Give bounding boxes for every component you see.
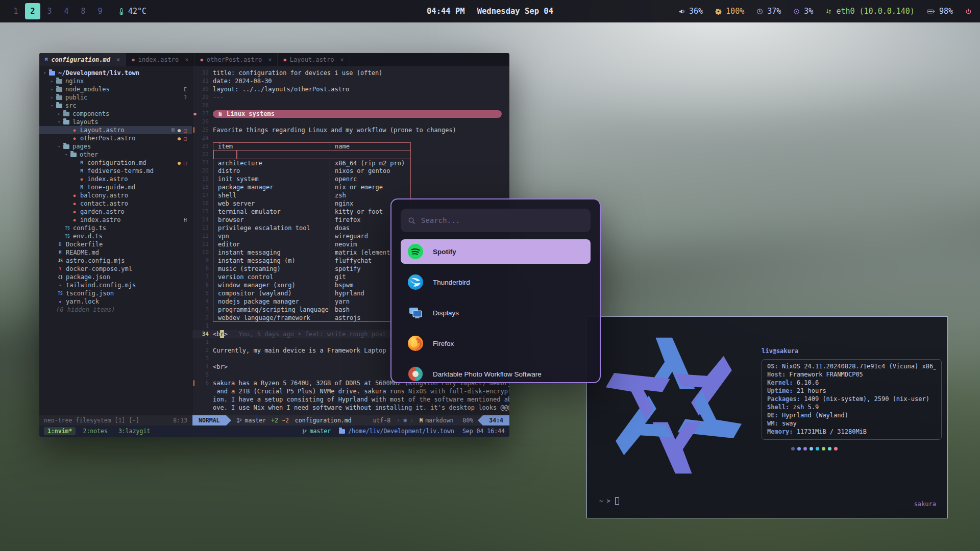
tree-item-node-modules[interactable]: ▸node_modulesE	[39, 85, 192, 93]
search-input[interactable]: Search...	[401, 209, 591, 232]
chevron-icon	[65, 217, 70, 222]
fetch-key: Memory:	[767, 428, 793, 436]
tree-item-pages[interactable]: ▾pages	[39, 142, 192, 151]
launcher-item-displays[interactable]: Displays	[401, 300, 591, 325]
close-tab-icon[interactable]: ×	[340, 56, 344, 63]
tmux-right-status: master /home/liv/Development/liv.town Se…	[302, 428, 505, 435]
table-row: programming/scripting languagebash	[213, 306, 411, 314]
workspace-button-4[interactable]: 4	[59, 3, 74, 19]
astro-file-icon: ●	[70, 128, 79, 133]
workspace-button-8[interactable]: 8	[76, 3, 91, 19]
tree-item-config.ts[interactable]: TSconfig.ts	[39, 224, 192, 232]
tree-item--Development-liv.town[interactable]: ▾~/Development/liv.town	[39, 69, 192, 77]
tree-item-env.d.ts[interactable]: TSenv.d.ts	[39, 232, 192, 240]
bar-module-gear[interactable]: 100%	[715, 7, 744, 16]
chevron-icon	[65, 193, 70, 198]
close-tab-icon[interactable]: ×	[116, 56, 120, 63]
network-value: eth0 (10.0.0.140)	[836, 7, 915, 16]
shell-prompt[interactable]: ~ >	[599, 497, 619, 505]
tree-item-tsconfig.json[interactable]: TStsconfig.json	[39, 289, 192, 297]
bar-module-volume[interactable]: 36%	[678, 7, 703, 16]
status-badge: E	[184, 87, 187, 92]
neotree-status-position: 8:13	[173, 417, 187, 424]
tree-item-index.astro[interactable]: ●index.astro	[39, 175, 192, 183]
session-name: sakura	[914, 500, 936, 508]
tree-item-layouts[interactable]: ▾layouts	[39, 118, 192, 126]
tree-item-nginx[interactable]: ▸nginx	[39, 77, 192, 85]
darktable-icon	[407, 365, 424, 383]
tree-item-index.astro[interactable]: ●index.astroH	[39, 216, 192, 224]
bar-module-network[interactable]: eth0 (10.0.0.140)	[825, 7, 915, 16]
status-badge: ?	[184, 95, 187, 101]
chevron-icon	[65, 128, 70, 133]
tmux-window-3:lazygit[interactable]: 3:lazygit	[115, 427, 154, 435]
workspace-button-1[interactable]: 1	[8, 3, 23, 19]
workspace-button-2[interactable]: 2	[25, 3, 40, 19]
bar-module-disk[interactable]: 37%	[756, 7, 781, 16]
tree-item-label: astro.config.mjs	[66, 257, 125, 264]
launcher-item-thunderbird[interactable]: Thunderbird	[401, 270, 591, 294]
tree-item-contact.astro[interactable]: ●contact.astro	[39, 199, 192, 208]
close-tab-icon[interactable]: ×	[268, 56, 272, 63]
fetch-key: Shell:	[767, 404, 789, 412]
tab-index.astro[interactable]: ●index.astro×	[126, 53, 194, 66]
gear-value: 100%	[726, 7, 744, 16]
table-row: webdev language/frameworkastrojs	[213, 314, 411, 322]
launcher-item-label: Spotify	[433, 248, 456, 256]
line-number: 4	[198, 363, 213, 371]
tree-item-Layout.astro[interactable]: ●Layout.astroH●□	[39, 126, 192, 134]
tree-item-astro.config.mjs[interactable]: JSastro.config.mjs	[39, 257, 192, 265]
tmux-window-2:notes[interactable]: 2:notes	[79, 427, 111, 435]
workspace-button-9[interactable]: 9	[92, 3, 108, 19]
chevron-icon: ▸	[58, 111, 63, 116]
tree-item-package.json[interactable]: {}package.json	[39, 273, 192, 281]
tab-configuration.md[interactable]: Mconfiguration.md×	[39, 53, 126, 66]
line-number: 14	[198, 216, 213, 224]
launcher-item-darktable[interactable]: Darktable Photo Workflow Software	[401, 362, 591, 383]
tree-item-balcony.astro[interactable]: ●balcony.astro	[39, 191, 192, 199]
tree-item-otherPost.astro[interactable]: ●otherPost.astro●□	[39, 134, 192, 142]
tree-item-components[interactable]: ▸components	[39, 110, 192, 118]
tree-item-tone-guide.md[interactable]: Mtone-guide.md	[39, 183, 192, 191]
tree-item-src[interactable]: ▾src	[39, 102, 192, 110]
chevron-icon	[51, 266, 56, 271]
line-number: 6	[198, 379, 213, 387]
close-tab-icon[interactable]: ×	[185, 56, 188, 63]
workspace-button-3[interactable]: 3	[42, 3, 57, 19]
gear-icon	[715, 8, 722, 15]
firefox-icon	[407, 335, 424, 352]
tree-item-label: nginx	[65, 78, 84, 85]
tree-item-public[interactable]: ▸public?	[39, 93, 192, 102]
git-status-badges: E	[184, 87, 187, 92]
astro-file-icon: ●	[70, 202, 79, 206]
tree-item-label: (6 hidden items)	[56, 306, 115, 313]
bar-module-cpu[interactable]: 3%	[793, 7, 813, 16]
table-cell-item: instant messaging	[213, 248, 330, 257]
fetch-value: 21 hours	[793, 387, 826, 395]
bar-module-power[interactable]	[965, 8, 972, 15]
tree-item-fediverse-terms.md[interactable]: Mfediverse-terms.md	[39, 167, 192, 175]
bar-module-battery[interactable]: 98%	[927, 7, 953, 16]
tree-item-Dockerfile[interactable]: DDockerfile	[39, 240, 192, 248]
tree-item-yarn.lock[interactable]: ▪yarn.lock	[39, 297, 192, 306]
table-row: vpnwireguard	[213, 232, 411, 240]
line-number: 8	[198, 265, 213, 273]
launcher-item-spotify[interactable]: Spotify	[401, 239, 591, 264]
fetch-line-uptime: Uptime: 21 hours	[767, 387, 936, 395]
tree-item-README.md[interactable]: MREADME.md	[39, 248, 192, 257]
tab-otherPost.astro[interactable]: ●otherPost.astro×	[194, 53, 278, 66]
tree-item-garden.astro[interactable]: ●garden.astro	[39, 208, 192, 216]
tree-item--6-hidden-items-[interactable]: (6 hidden items)	[39, 306, 192, 314]
tab-Layout.astro[interactable]: ●Layout.astro×	[278, 53, 350, 66]
tmux-window-1:nvim*[interactable]: 1:nvim*	[44, 427, 76, 435]
launcher-item-firefox[interactable]: Firefox	[401, 331, 591, 356]
chevron-icon: ▸	[51, 95, 56, 100]
table-row: init systemopenrc	[213, 175, 411, 183]
tree-item-tailwind.config.mjs[interactable]: ~tailwind.config.mjs	[39, 281, 192, 289]
tree-item-docker-compose.yml[interactable]: Ydocker-compose.yml	[39, 265, 192, 273]
tree-item-other[interactable]: ▾other	[39, 151, 192, 159]
status-badge: ●	[178, 128, 181, 133]
line-number: 34	[198, 330, 213, 338]
tree-item-configuration.md[interactable]: Mconfiguration.md●□	[39, 159, 192, 167]
palette-dot	[828, 447, 831, 450]
